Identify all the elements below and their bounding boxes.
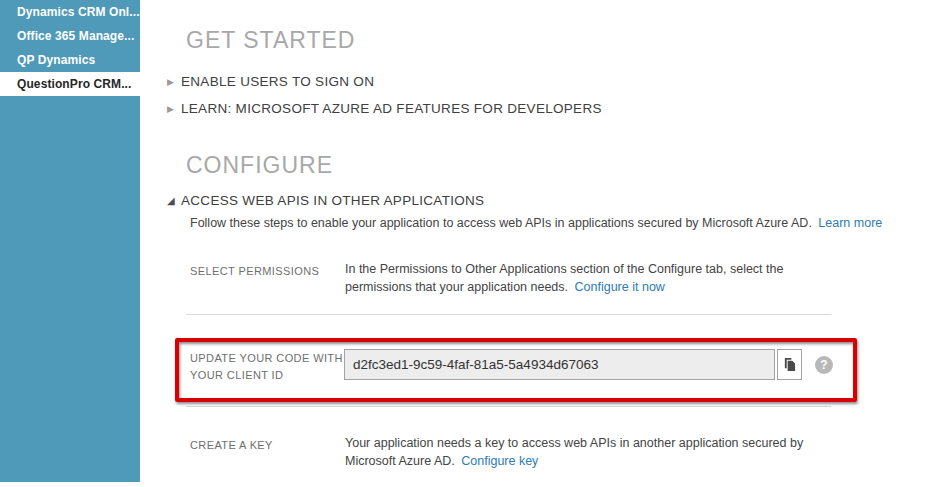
section-label: LEARN: MICROSOFT AZURE AD FEATURES FOR D… bbox=[181, 101, 602, 116]
azure-classic-app-config-page: Dynamics CRM Onl... Office 365 Manage...… bbox=[0, 0, 940, 487]
chevron-collapsed-icon: ▶ bbox=[167, 77, 181, 87]
sidebar-item-questionpro-crm-selected[interactable]: QuestionPro CRM... bbox=[0, 72, 140, 96]
section-label: ENABLE USERS TO SIGN ON bbox=[181, 74, 374, 89]
select-permissions-description: In the Permissions to Other Applications… bbox=[345, 261, 783, 296]
sidebar-item-qp-dynamics[interactable]: QP Dynamics bbox=[0, 48, 140, 72]
label-line: YOUR CLIENT ID bbox=[190, 367, 343, 384]
section-enable-users-to-sign-on[interactable]: ▶ ENABLE USERS TO SIGN ON bbox=[167, 74, 374, 89]
client-id-input[interactable] bbox=[344, 349, 775, 380]
description-line: permissions that your application needs.… bbox=[345, 279, 783, 297]
section-label: ACCESS WEB APIS IN OTHER APPLICATIONS bbox=[181, 193, 484, 208]
section-learn-azure-ad-features[interactable]: ▶ LEARN: MICROSOFT AZURE AD FEATURES FOR… bbox=[167, 101, 602, 116]
chevron-expanded-icon: ◢ bbox=[167, 195, 181, 206]
client-id-label: UPDATE YOUR CODE WITH YOUR CLIENT ID bbox=[190, 350, 343, 384]
configure-heading: CONFIGURE bbox=[186, 152, 333, 179]
description-line: In the Permissions to Other Applications… bbox=[345, 261, 783, 279]
description-text: Follow these steps to enable your applic… bbox=[190, 216, 812, 230]
app-list-sidebar: Dynamics CRM Onl... Office 365 Manage...… bbox=[0, 0, 140, 482]
description-text: permissions that your application needs. bbox=[345, 280, 568, 294]
learn-more-link[interactable]: Learn more bbox=[818, 216, 882, 230]
create-a-key-label: CREATE A KEY bbox=[190, 437, 273, 454]
sidebar-item-office-365-management[interactable]: Office 365 Manage... bbox=[0, 24, 140, 48]
copy-icon bbox=[783, 357, 796, 372]
description-line: Microsoft Azure AD. Configure key bbox=[345, 453, 803, 471]
configure-key-link[interactable]: Configure key bbox=[461, 454, 538, 468]
section-divider bbox=[186, 314, 831, 315]
section-divider bbox=[186, 406, 831, 407]
description-line: Your application needs a key to access w… bbox=[345, 435, 803, 453]
label-line: UPDATE YOUR CODE WITH bbox=[190, 350, 343, 367]
chevron-collapsed-icon: ▶ bbox=[167, 104, 181, 114]
section-access-web-apis[interactable]: ◢ ACCESS WEB APIS IN OTHER APPLICATIONS bbox=[167, 193, 484, 208]
help-icon[interactable]: ? bbox=[815, 356, 833, 374]
access-web-apis-description: Follow these steps to enable your applic… bbox=[190, 215, 882, 233]
create-a-key-description: Your application needs a key to access w… bbox=[345, 435, 803, 470]
configure-it-now-link[interactable]: Configure it now bbox=[575, 280, 665, 294]
get-started-heading: GET STARTED bbox=[186, 27, 355, 54]
select-permissions-label: SELECT PERMISSIONS bbox=[190, 263, 319, 280]
description-text: Microsoft Azure AD. bbox=[345, 454, 455, 468]
sidebar-item-dynamics-crm-online[interactable]: Dynamics CRM Onl... bbox=[0, 0, 140, 24]
copy-client-id-button[interactable] bbox=[777, 349, 802, 380]
